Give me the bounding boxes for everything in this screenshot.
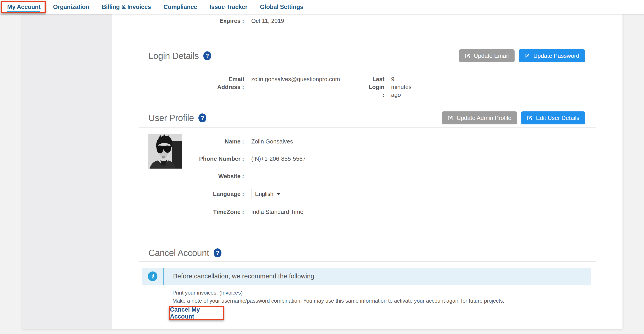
- timezone-value: India Standard Time: [251, 208, 304, 216]
- username-password-note: Make a note of your username/password co…: [172, 297, 504, 305]
- email-value: zolin.gonsalves@questionpro.com: [251, 75, 340, 83]
- login-details-title: Login Details ?: [148, 51, 211, 61]
- info-icon: i: [148, 271, 158, 281]
- language-selected-value: English: [255, 190, 274, 198]
- language-select[interactable]: English: [251, 189, 284, 199]
- update-password-label: Update Password: [534, 53, 579, 59]
- website-row: Website :: [112, 172, 251, 180]
- user-profile-title: User Profile ?: [148, 113, 206, 123]
- name-value: Zolin Gonsalves: [251, 138, 293, 145]
- language-label: Language :: [112, 190, 244, 198]
- info-box-heading: Before cancellation, we recommend the fo…: [173, 273, 314, 280]
- user-profile-actions: Update Admin Profile Edit User Details: [442, 111, 585, 124]
- edit-user-details-label: Edit User Details: [536, 115, 579, 122]
- update-admin-profile-button[interactable]: Update Admin Profile: [442, 111, 517, 124]
- name-row: Name : Zolin Gonsalves: [112, 138, 293, 145]
- section-divider: [139, 127, 596, 128]
- active-tab-underline: [7, 11, 40, 13]
- print-invoices-text-suffix: ): [241, 290, 242, 296]
- side-panel: [22, 14, 112, 329]
- print-invoices-text: Print your invoices. (: [172, 290, 221, 296]
- help-icon[interactable]: ?: [203, 51, 211, 60]
- name-label: Name :: [112, 138, 244, 145]
- tab-my-account[interactable]: My Account: [7, 0, 41, 14]
- update-email-label: Update Email: [474, 53, 509, 59]
- account-content: Expires : Oct 11, 2019 Login Details ? U…: [112, 14, 622, 329]
- tab-billing-invoices[interactable]: Billing & Invoices: [101, 0, 151, 14]
- edit-icon: [465, 53, 471, 59]
- print-invoices-line: Print your invoices. (Invoices): [172, 289, 504, 297]
- cancellation-info-box: i Before cancellation, we recommend the …: [142, 268, 592, 285]
- expires-value: Oct 11, 2019: [251, 17, 284, 25]
- phone-row: Phone Number : (IN)+1-206-855-5567: [112, 155, 306, 163]
- expires-row: Expires : Oct 11, 2019: [112, 17, 284, 25]
- login-details-title-text: Login Details: [148, 51, 199, 61]
- login-details-actions: Update Email Update Password: [459, 49, 585, 62]
- cancel-account-title: Cancel Account ?: [148, 248, 222, 258]
- language-row: Language : English: [112, 189, 284, 199]
- last-login-value: 9 minutes ago: [391, 75, 416, 99]
- edit-icon: [524, 53, 530, 59]
- edit-icon: [527, 115, 533, 121]
- tab-compliance[interactable]: Compliance: [163, 0, 198, 14]
- edit-icon: [448, 115, 454, 121]
- help-icon[interactable]: ?: [214, 248, 222, 257]
- expires-label: Expires :: [112, 17, 244, 25]
- update-password-button[interactable]: Update Password: [518, 49, 585, 62]
- tab-organization[interactable]: Organization: [52, 0, 90, 14]
- top-nav: My Account Organization Billing & Invoic…: [0, 0, 644, 14]
- email-row: Email Address : zolin.gonsalves@question…: [112, 75, 340, 91]
- timezone-row: TimeZone : India Standard Time: [112, 208, 304, 216]
- main-card: Expires : Oct 11, 2019 Login Details ? U…: [22, 14, 622, 329]
- edit-user-details-button[interactable]: Edit User Details: [521, 111, 585, 124]
- section-divider: [139, 261, 596, 262]
- last-login-label: Last Login :: [368, 75, 384, 99]
- invoices-link[interactable]: Invoices: [221, 290, 241, 296]
- chevron-down-icon: [276, 193, 280, 195]
- update-email-button[interactable]: Update Email: [459, 49, 514, 62]
- annotation-box-cancel-account: Cancel My Account: [169, 306, 224, 320]
- last-login-pair: Last Login : 9 minutes ago: [368, 75, 416, 99]
- cancel-account-header: Cancel Account ?: [112, 246, 585, 260]
- cancel-my-account-link[interactable]: Cancel My Account: [170, 306, 223, 320]
- phone-label: Phone Number :: [112, 155, 244, 163]
- tab-issue-tracker[interactable]: Issue Tracker: [209, 0, 248, 14]
- timezone-label: TimeZone :: [112, 208, 244, 216]
- cancellation-notes: Print your invoices. (Invoices) Make a n…: [172, 289, 504, 305]
- tab-my-account-label: My Account: [7, 4, 40, 10]
- email-label: Email Address :: [112, 75, 244, 91]
- login-details-header: Login Details ? Update Email Update: [112, 49, 585, 63]
- help-icon[interactable]: ?: [198, 113, 206, 122]
- tab-global-settings[interactable]: Global Settings: [260, 0, 304, 14]
- phone-value: (IN)+1-206-855-5567: [251, 155, 306, 163]
- user-profile-title-text: User Profile: [148, 113, 194, 123]
- user-profile-header: User Profile ? Update Admin Profile: [112, 111, 585, 125]
- cancel-account-title-text: Cancel Account: [148, 248, 209, 258]
- website-label: Website :: [112, 172, 244, 180]
- update-admin-profile-label: Update Admin Profile: [456, 115, 511, 122]
- info-box-divider: [164, 268, 164, 285]
